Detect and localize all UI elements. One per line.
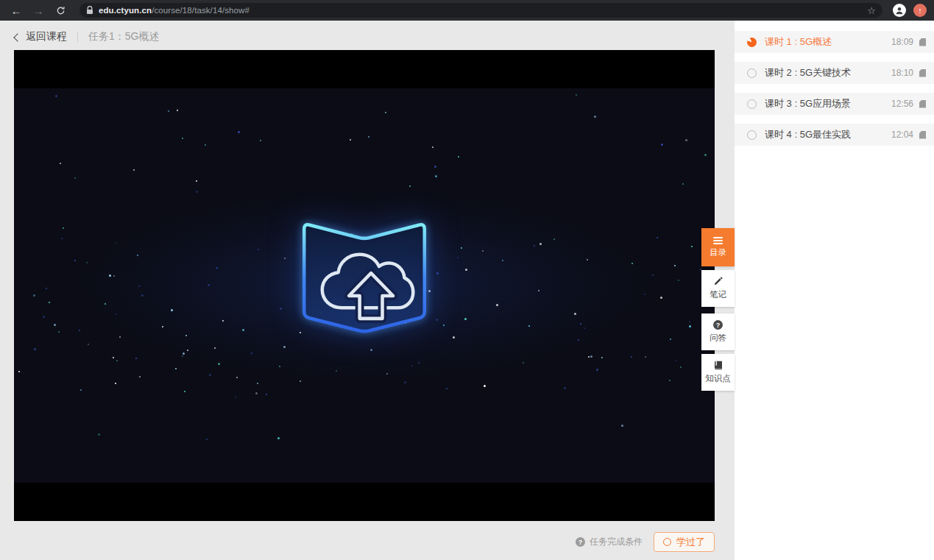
circle-outline-icon [663,538,671,546]
file-icon[interactable] [919,69,926,77]
browser-toolbar: ← → edu.ctyun.cn/course/18/task/14/show#… [0,0,934,21]
question-circle-icon: ? [713,320,723,330]
lesson-row-1[interactable]: 课时 1 : 5G概述 18:09 [735,31,934,53]
tab-label: 目录 [710,247,726,258]
help-icon[interactable]: ? [576,537,585,547]
lesson-duration: 18:10 [891,68,913,78]
lesson-label: 课时 2 : 5G关键技术 [765,66,851,79]
tab-label: 知识点 [705,373,731,384]
pencil-icon [713,277,723,286]
page-title: 任务1：5G概述 [88,30,159,43]
video-player[interactable] [14,50,715,521]
tab-label: 笔记 [710,289,726,300]
chevron-left-icon [13,33,21,41]
tab-knowledge[interactable]: 知识点 [701,354,735,391]
side-tabs: 目录 笔记 ? 问答 知识点 [701,228,735,391]
tab-notes[interactable]: 笔记 [701,270,735,307]
url-text: edu.ctyun.cn/course/18/task/14/show# [99,6,250,15]
letterbox-bottom [14,483,715,521]
book-icon [714,361,723,370]
learned-button[interactable]: 学过了 [654,532,715,552]
url-domain: edu.ctyun.cn [99,6,152,15]
update-icon[interactable]: ↑ [913,4,927,17]
lesson-duration: 12:04 [891,130,913,140]
file-icon[interactable] [919,100,926,108]
circle-outline-icon [747,68,757,78]
lesson-label: 课时 3 : 5G应用场景 [765,97,851,110]
learned-button-label: 学过了 [676,536,705,549]
lesson-duration: 12:56 [891,99,913,109]
url-bar[interactable]: edu.ctyun.cn/course/18/task/14/show# ☆ [79,3,882,18]
letterbox-top [14,50,715,88]
completion-condition: ? 任务完成条件 [576,536,643,548]
back-to-course-link[interactable]: 返回课程 [15,30,67,43]
back-label: 返回课程 [26,30,67,43]
tab-label: 问答 [710,333,726,344]
breadcrumb: 返回课程 任务1：5G概述 [15,28,159,46]
lesson-row-4[interactable]: 课时 4 : 5G最佳实践 12:04 [735,124,934,146]
forward-icon[interactable]: → [29,1,47,19]
lesson-sidebar: 课时 1 : 5G概述 18:09 课时 2 : 5G关键技术 18:10 课时… [735,21,934,560]
bookmark-star-icon[interactable]: ☆ [867,5,876,16]
lesson-duration: 18:09 [891,37,913,47]
lesson-row-3[interactable]: 课时 3 : 5G应用场景 12:56 [735,93,934,115]
lesson-row-2[interactable]: 课时 2 : 5G关键技术 18:10 [735,62,934,84]
circle-outline-icon [747,130,757,140]
header-divider [77,32,78,43]
reload-icon[interactable] [52,1,69,19]
file-icon[interactable] [919,38,926,46]
progress-pie-icon [747,38,757,47]
tab-qa[interactable]: ? 问答 [701,313,735,350]
tab-catalog[interactable]: 目录 [701,228,735,266]
file-icon[interactable] [919,131,926,139]
task-footer: ? 任务完成条件 学过了 [576,532,715,552]
lock-icon [86,6,93,15]
completion-condition-label: 任务完成条件 [590,536,643,548]
lesson-label: 课时 4 : 5G最佳实践 [765,128,851,141]
menu-icon [713,240,723,241]
lesson-label: 课时 1 : 5G概述 [765,35,832,49]
course-task-page: 返回课程 任务1：5G概述 目录 [0,21,934,560]
cloud-upload-book-logo [284,208,445,355]
circle-outline-icon [747,99,757,109]
avatar-icon[interactable] [893,4,906,17]
url-path: /course/18/task/14/show# [152,6,250,15]
back-icon[interactable]: ← [7,1,25,19]
